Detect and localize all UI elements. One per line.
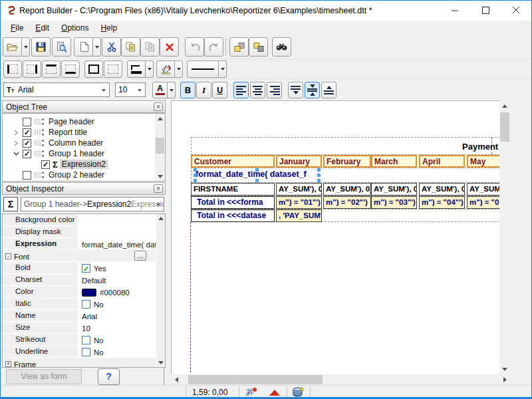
- bring-to-front-button[interactable]: [229, 37, 249, 57]
- property-row-italic[interactable]: ItalicNo: [3, 298, 156, 310]
- column-header-cell[interactable]: April: [419, 155, 465, 168]
- close-button[interactable]: [501, 1, 531, 20]
- bold-button[interactable]: B: [180, 82, 196, 98]
- property-checkbox[interactable]: [82, 300, 90, 309]
- tree-item-page-header[interactable]: Page header: [12, 116, 96, 127]
- selection-handle[interactable]: [317, 179, 321, 182]
- valign-bottom-button[interactable]: [321, 82, 336, 98]
- object-tree-scrollbar[interactable]: [155, 114, 165, 181]
- property-row-font[interactable]: -Font…: [3, 250, 156, 262]
- tree-expander-icon[interactable]: [12, 150, 20, 158]
- inspector-scrollbar[interactable]: [156, 214, 165, 367]
- tree-item-column-header[interactable]: ✓Column header: [12, 138, 105, 148]
- tree-checkbox[interactable]: [23, 171, 31, 180]
- property-value[interactable]: 10: [80, 322, 156, 333]
- group-footer-cell[interactable]: m") = "02"'): [323, 196, 371, 209]
- property-row-size[interactable]: Size10: [3, 322, 156, 334]
- tree-item-report-title[interactable]: ✓Report title: [12, 127, 89, 138]
- new-page-button[interactable]: [74, 37, 93, 57]
- detail-cell[interactable]: AY_SUM'), 0): [419, 183, 465, 196]
- border-all-button[interactable]: [84, 61, 103, 78]
- border-left-button[interactable]: [3, 61, 22, 78]
- menu-item-options[interactable]: Options: [55, 21, 94, 35]
- menu-item-file[interactable]: File: [5, 21, 29, 35]
- valign-top-button[interactable]: [288, 82, 303, 98]
- tree-checkbox[interactable]: ✓: [41, 160, 50, 169]
- detail-cell[interactable]: AY_SUM'), 0): [371, 183, 417, 196]
- tree-item-expression2[interactable]: ✓ΣExpression2: [31, 159, 108, 170]
- report-footer-cell[interactable]: Total in <<<datase: [191, 209, 275, 222]
- object-selector-combo[interactable]: Group 1 header->Expression2 Expressio: [21, 197, 164, 211]
- property-row-underline[interactable]: UnderlineNo: [3, 346, 156, 358]
- property-row-display-mask[interactable]: Display mask: [3, 226, 156, 238]
- column-header-cell[interactable]: March: [371, 155, 417, 168]
- open-button[interactable]: [3, 37, 22, 57]
- paste-button[interactable]: [140, 37, 160, 57]
- detail-cell[interactable]: FIRSTNAME: [191, 183, 275, 196]
- delete-button[interactable]: [160, 37, 179, 57]
- property-row-expression[interactable]: Expressionformat_date_time( data: [3, 238, 156, 250]
- selection-handle[interactable]: [255, 168, 259, 172]
- selection-handle[interactable]: [194, 168, 197, 172]
- property-checkbox[interactable]: [82, 336, 90, 344]
- group-footer-cell[interactable]: m") = "0: [467, 196, 499, 209]
- report-design-canvas[interactable]: PaymentCustomerJanuaryFebruaryMarchApril…: [171, 100, 499, 374]
- minimize-button[interactable]: [440, 1, 470, 20]
- group-footer-cell[interactable]: m") = "03"'): [371, 196, 417, 209]
- valign-center-button[interactable]: [305, 82, 320, 98]
- tree-expander-icon[interactable]: [12, 139, 20, 147]
- menu-item-help[interactable]: Help: [94, 21, 123, 35]
- property-value[interactable]: #000080: [80, 286, 156, 297]
- property-value[interactable]: ✓Yes: [80, 262, 156, 273]
- column-header-cell[interactable]: January: [276, 155, 322, 168]
- send-to-back-button[interactable]: [249, 37, 268, 57]
- column-header-cell[interactable]: February: [323, 155, 371, 168]
- property-value[interactable]: [80, 214, 156, 225]
- detail-cell[interactable]: AY_SUM'), 0): [323, 183, 371, 196]
- snap-to-grid-icon[interactable]: [245, 387, 257, 399]
- save-button[interactable]: [31, 37, 51, 57]
- report-footer-cell[interactable]: , 'PAY_SUM'): [276, 209, 322, 222]
- canvas-hscrollbar[interactable]: [171, 374, 510, 385]
- property-row-charset[interactable]: CharsetDefault: [3, 274, 156, 286]
- object-tree-close-icon[interactable]: ×: [154, 102, 163, 111]
- font-ellipsis-button[interactable]: …: [134, 251, 146, 261]
- selection-handle[interactable]: [317, 174, 321, 177]
- print-preview-button[interactable]: [52, 37, 71, 57]
- font-color-dropdown[interactable]: [168, 82, 176, 98]
- cut-button[interactable]: [102, 37, 121, 57]
- tree-checkbox[interactable]: ✓: [23, 139, 31, 148]
- database-icon[interactable]: [292, 387, 305, 399]
- property-value[interactable]: format_date_time( data: [80, 238, 156, 249]
- menu-item-edit[interactable]: Edit: [29, 21, 55, 35]
- maximize-button[interactable]: [470, 1, 501, 20]
- tree-checkbox[interactable]: [23, 118, 31, 126]
- open-dropdown[interactable]: [22, 37, 30, 57]
- undo-button[interactable]: [185, 37, 204, 57]
- detail-cell[interactable]: AY_SUM'), 0): [276, 183, 322, 196]
- property-row-bold[interactable]: Bold✓Yes: [3, 262, 156, 274]
- property-row-background-color[interactable]: Background color: [3, 214, 156, 226]
- property-value[interactable]: Default: [80, 274, 156, 285]
- underline-button[interactable]: U: [212, 82, 227, 98]
- new-page-dropdown[interactable]: [93, 37, 101, 57]
- property-value[interactable]: [80, 226, 156, 237]
- property-value[interactable]: No: [80, 334, 156, 345]
- detail-cell[interactable]: AY_SUM': [467, 183, 499, 196]
- object-inspector-close-icon[interactable]: ×: [154, 184, 163, 193]
- report-title-object[interactable]: Payment: [462, 142, 498, 152]
- group-footer-cell[interactable]: m") = "01"'): [276, 196, 322, 209]
- align-left-button[interactable]: [233, 82, 249, 98]
- border-right-button[interactable]: [23, 61, 41, 78]
- fill-color-dropdown[interactable]: [175, 61, 183, 78]
- selection-handle[interactable]: [317, 168, 321, 172]
- fill-color-button[interactable]: [156, 61, 175, 78]
- line-style-button[interactable]: [187, 61, 219, 78]
- help-button[interactable]: ?: [98, 368, 120, 385]
- tree-item-group-1-header[interactable]: ✓Group 1 header: [12, 148, 106, 159]
- redo-button[interactable]: [204, 37, 223, 57]
- border-bottom-button[interactable]: [61, 61, 80, 78]
- border-none-button[interactable]: [104, 61, 122, 78]
- copy-button[interactable]: [121, 37, 140, 57]
- find-button[interactable]: [272, 37, 291, 57]
